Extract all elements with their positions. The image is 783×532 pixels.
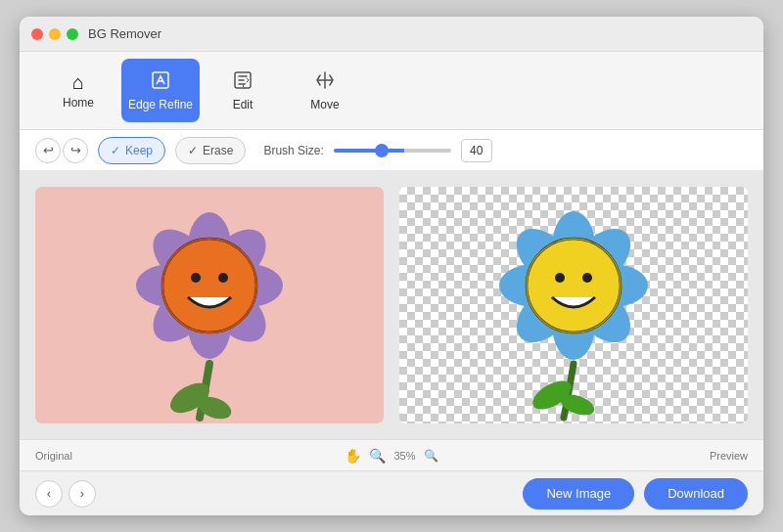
home-icon: ⌂ <box>72 72 84 92</box>
keep-checkmark-icon: ✓ <box>111 144 120 157</box>
undo-button[interactable]: ↩ <box>35 138 61 163</box>
prev-button[interactable]: ‹ <box>35 480 63 508</box>
erase-brush-button[interactable]: ✓ Erase <box>175 137 246 164</box>
title-bar: BG Remover <box>20 17 763 52</box>
maximize-button[interactable] <box>67 28 78 40</box>
tool-edge-refine[interactable]: Edge Refine <box>121 59 200 122</box>
toolbar: ⌂ Home Edge Refine Edit <box>20 52 763 130</box>
redo-button[interactable]: ↪ <box>63 138 88 163</box>
erase-checkmark-icon: ✓ <box>188 144 198 157</box>
keep-brush-button[interactable]: ✓ Keep <box>98 137 165 164</box>
action-buttons: New Image Download <box>523 478 748 510</box>
tool-move[interactable]: Move <box>286 59 364 122</box>
preview-flower <box>466 187 681 423</box>
zoom-level: 35% <box>393 450 415 462</box>
close-button[interactable] <box>31 28 43 40</box>
hand-tool-icon[interactable]: ✋ <box>345 448 361 464</box>
new-image-button[interactable]: New Image <box>523 478 634 510</box>
zoom-in-icon[interactable]: 🔍 <box>424 449 438 463</box>
edge-refine-icon <box>150 69 171 94</box>
zoom-controls: ✋ 🔍 35% 🔍 <box>345 448 438 464</box>
original-flower <box>102 187 317 423</box>
bottom-bar: ‹ › New Image Download <box>20 470 763 515</box>
next-button[interactable]: › <box>69 480 96 508</box>
minimize-button[interactable] <box>49 28 61 40</box>
svg-point-27 <box>555 273 565 283</box>
original-panel[interactable] <box>35 187 384 423</box>
brush-size-value: 40 <box>461 139 492 162</box>
controls-bar: ↩ ↪ ✓ Keep ✓ Erase Brush Size: 40 <box>20 130 763 171</box>
tool-home[interactable]: ⌂ Home <box>39 59 117 122</box>
app-title: BG Remover <box>88 26 161 41</box>
brush-size-label: Brush Size: <box>263 144 323 157</box>
download-button[interactable]: Download <box>644 478 748 510</box>
tool-edit[interactable]: Edit <box>204 59 282 122</box>
brush-size-slider[interactable] <box>334 149 451 153</box>
navigation-buttons: ‹ › <box>35 480 96 508</box>
traffic-lights <box>31 28 78 40</box>
status-bar: Original ✋ 🔍 35% 🔍 Preview <box>20 439 763 470</box>
undo-redo-group: ↩ ↪ <box>35 138 88 163</box>
canvas-area <box>20 171 763 439</box>
svg-point-13 <box>191 273 201 283</box>
preview-panel[interactable] <box>399 187 748 423</box>
original-label: Original <box>35 450 345 462</box>
svg-point-14 <box>218 273 228 283</box>
edit-icon <box>232 69 253 94</box>
svg-point-28 <box>582 273 592 283</box>
move-icon <box>314 69 336 94</box>
zoom-out-icon[interactable]: 🔍 <box>369 448 386 464</box>
preview-label: Preview <box>438 450 748 462</box>
app-window: BG Remover ⌂ Home Edge Refine <box>20 17 763 515</box>
